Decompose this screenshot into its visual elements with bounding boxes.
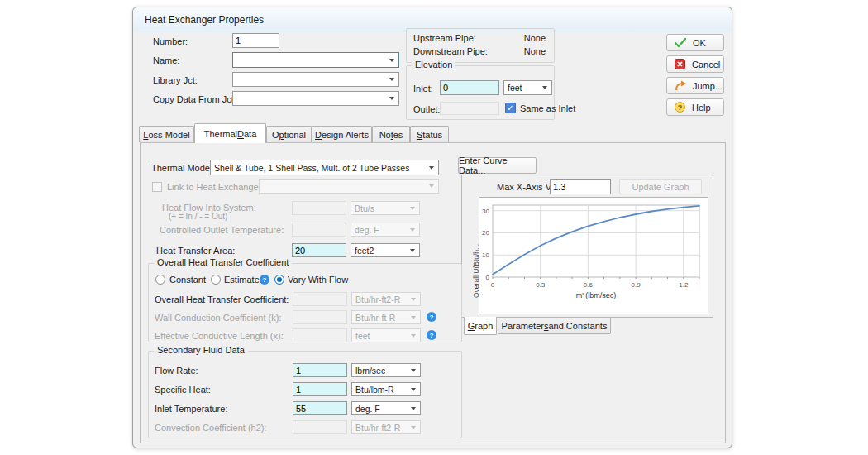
- heat-flow-input: [292, 201, 346, 215]
- chevron-down-icon: [411, 388, 416, 391]
- library-jct-select[interactable]: [232, 72, 399, 87]
- name-label: Name:: [153, 55, 179, 65]
- tab-parameters-and-constants[interactable]: Parameters and Constants: [498, 318, 611, 334]
- chevron-down-icon: [429, 184, 434, 188]
- update-graph-button[interactable]: Update Graph: [619, 179, 702, 194]
- specific-heat-input[interactable]: [293, 382, 347, 396]
- radio-estimated-label: Estimated: [224, 275, 265, 285]
- max-x-axis-input[interactable]: [550, 179, 611, 194]
- chevron-down-icon: [411, 334, 416, 338]
- elevation-group: Elevation Inlet: feet Outlet: ✓ Same as …: [406, 65, 555, 120]
- tab-notes[interactable]: Notes: [372, 126, 410, 142]
- downstream-pipe-label: Downstream Pipe:: [413, 46, 488, 56]
- copy-data-from-jct-select[interactable]: [232, 91, 399, 106]
- inlet-elevation-unit-select[interactable]: feet: [503, 80, 552, 95]
- inlet-temperature-label: Inlet Temperature:: [155, 404, 227, 414]
- ohtc-group-legend: Overall Heat Transfer Coefficient: [154, 257, 292, 267]
- chevron-down-icon: [411, 426, 416, 429]
- controlled-outlet-temp-label: Controlled Outlet Temperature:: [160, 225, 284, 235]
- same-as-inlet-label: Same as Inlet: [520, 103, 575, 113]
- library-jct-label: Library Jct:: [153, 75, 198, 85]
- outlet-elevation-input: [440, 102, 499, 115]
- help-button[interactable]: ? Help: [666, 98, 724, 116]
- wall-conduction-unit-select: Btu/hr-ft-R: [351, 310, 421, 324]
- controlled-outlet-temp-unit-select: deg. F: [351, 223, 420, 237]
- flow-rate-unit-select[interactable]: lbm/sec: [351, 363, 421, 377]
- ohtc-label: Overall Heat Transfer Coefficient:: [155, 295, 289, 304]
- effective-length-help-icon[interactable]: ?: [427, 330, 436, 340]
- svg-text:m' (lbm/sec): m' (lbm/sec): [576, 291, 617, 299]
- thermal-model-select[interactable]: Shell & Tube, 1 Shell Pass, Mult. of 2 T…: [210, 160, 439, 175]
- svg-text:0.3: 0.3: [536, 281, 546, 289]
- number-input[interactable]: [232, 33, 279, 48]
- wall-conduction-help-icon[interactable]: ?: [427, 312, 436, 322]
- svg-text:1.2: 1.2: [679, 281, 689, 289]
- ohtc-unit-select: Btu/hr-ft2-R: [351, 292, 421, 306]
- jump-arrow-icon: [675, 80, 686, 91]
- outlet-elevation-label: Outlet:: [413, 104, 440, 114]
- chevron-down-icon: [389, 97, 394, 100]
- flow-rate-label: Flow Rate:: [155, 366, 198, 376]
- secondary-fluid-group: Secondary Fluid Data Flow Rate: lbm/sec …: [148, 351, 462, 438]
- chevron-down-icon: [389, 59, 394, 62]
- flow-curve-chart: 00.30.60.91.20102030m' (lbm/sec): [479, 197, 708, 314]
- radio-vary-with-flow[interactable]: [274, 275, 284, 285]
- wall-conduction-input: [293, 310, 347, 324]
- graph-panel: Max X-Axis Value: Update Graph Overall U…: [461, 175, 713, 318]
- estimated-help-icon[interactable]: ?: [260, 275, 269, 285]
- tab-optional[interactable]: Optional: [266, 126, 312, 142]
- chevron-down-icon: [411, 407, 416, 410]
- enter-curve-data-button[interactable]: Enter Curve Data...: [458, 157, 537, 174]
- tab-thermal-data[interactable]: Thermal Data: [194, 123, 266, 143]
- number-label: Number:: [153, 36, 188, 46]
- tab-status[interactable]: Status: [410, 126, 449, 142]
- cancel-button[interactable]: Cancel: [666, 55, 724, 73]
- effective-length-input: [293, 328, 347, 342]
- tab-design-alerts[interactable]: Design Alerts: [312, 126, 372, 142]
- svg-text:0.6: 0.6: [584, 281, 594, 289]
- ok-button[interactable]: OK: [666, 34, 724, 51]
- specific-heat-unit-select[interactable]: Btu/lbm-R: [351, 382, 421, 396]
- convection-coefficient-unit-select: Btu/hr-ft2-R: [351, 420, 421, 434]
- chevron-down-icon: [410, 228, 415, 232]
- radio-constant[interactable]: [155, 275, 165, 285]
- chart-y-axis-title: Overall U(Btu/h...: [464, 200, 474, 299]
- heat-transfer-area-unit-select[interactable]: feet2: [351, 243, 420, 257]
- red-x-icon: [675, 59, 685, 69]
- name-select[interactable]: [232, 52, 399, 68]
- link-heat-exchanger-label: Link to Heat Exchanger:: [167, 182, 264, 192]
- inlet-temperature-unit-select[interactable]: deg. F: [351, 401, 421, 415]
- svg-text:30: 30: [482, 208, 489, 215]
- chevron-down-icon: [389, 78, 394, 81]
- thermal-model-label: Thermal Model:: [151, 163, 214, 173]
- help-icon: ?: [675, 102, 685, 113]
- elevation-legend: Elevation: [412, 60, 455, 69]
- tab-loss-model[interactable]: Loss Model: [139, 126, 194, 142]
- effective-length-unit-select: feet: [351, 328, 421, 342]
- controlled-outlet-temp-input: [292, 223, 346, 237]
- chevron-down-icon: [542, 86, 547, 89]
- heat-transfer-area-input[interactable]: [292, 243, 346, 257]
- chevron-down-icon: [411, 316, 416, 319]
- wall-conduction-label: Wall Conduction Coefficient (k):: [155, 313, 281, 323]
- convection-coefficient-label: Convection Coefficient (h2):: [155, 423, 267, 433]
- ohtc-group: Overall Heat Transfer Coefficient Consta…: [148, 263, 462, 342]
- secondary-fluid-legend: Secondary Fluid Data: [154, 345, 248, 355]
- chevron-down-icon: [429, 166, 434, 170]
- inlet-elevation-input[interactable]: [440, 80, 499, 95]
- radio-constant-label: Constant: [169, 275, 206, 285]
- same-as-inlet-checkbox[interactable]: ✓: [505, 103, 516, 113]
- chevron-down-icon: [410, 249, 415, 252]
- svg-text:0.9: 0.9: [632, 281, 641, 289]
- jump-button[interactable]: Jump...: [666, 77, 724, 94]
- flow-rate-input[interactable]: [293, 363, 347, 377]
- tab-graph[interactable]: Graph: [464, 317, 497, 335]
- radio-estimated[interactable]: [211, 275, 221, 285]
- svg-text:20: 20: [482, 229, 489, 237]
- copy-data-from-jct-label: Copy Data From Jct...: [153, 94, 241, 104]
- inlet-temperature-input[interactable]: [293, 401, 347, 415]
- dialog-title: Heat Exchanger Properties: [145, 14, 264, 26]
- flow-curve-svg: 00.30.60.91.20102030m' (lbm/sec): [479, 198, 708, 314]
- check-icon: [675, 37, 686, 48]
- inlet-elevation-label: Inlet:: [413, 84, 433, 93]
